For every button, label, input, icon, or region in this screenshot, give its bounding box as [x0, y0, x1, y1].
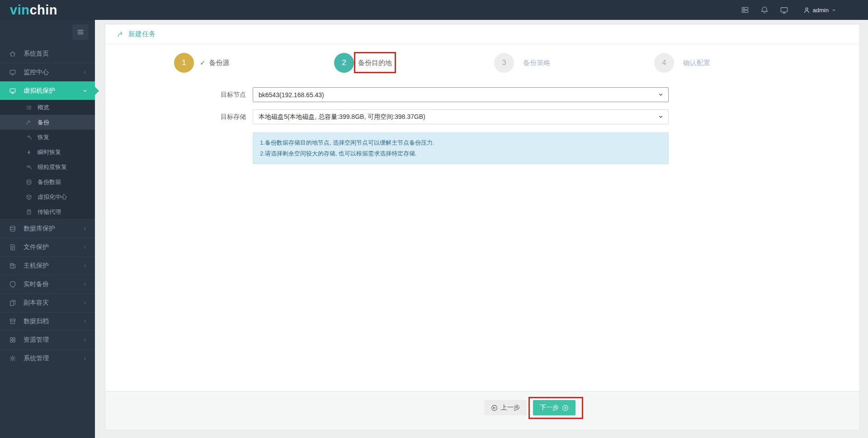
sidebar-item-data-archive[interactable]: 数据归档 — [0, 312, 95, 330]
sidebar-item-label: 监控中心 — [24, 68, 82, 76]
host-icon — [9, 262, 16, 269]
username: admin — [813, 7, 829, 14]
top-header: vinchin admin — [0, 0, 868, 20]
app-root: vinchin admin 系统首页监控中心虚拟机保护概览备份恢复瞬时恢复细粒度… — [0, 0, 868, 438]
chevron-down-icon — [831, 8, 836, 13]
sidebar-nav: 系统首页监控中心虚拟机保护概览备份恢复瞬时恢复细粒度恢复备份数据虚拟化中心传输代… — [0, 44, 95, 367]
sidebar-item-realtime-backup[interactable]: 实时备份 — [0, 275, 95, 293]
target-storage-select[interactable]: 本地磁盘5(本地磁盘, 总容量:399.8GB, 可用空间:398.37GB) — [253, 109, 669, 124]
chevron-down-icon — [658, 92, 664, 98]
chevron-left-icon — [82, 337, 88, 343]
chevron-down-icon — [658, 114, 664, 120]
sidebar-item-transfer-agent[interactable]: 传输代理 — [0, 204, 95, 219]
sidebar-item-monitor-center[interactable]: 监控中心 — [0, 63, 95, 81]
wizard-step-backup-strategy: 3备份策略 — [494, 53, 654, 73]
chevron-left-icon — [82, 263, 88, 268]
sidebar-item-system-home[interactable]: 系统首页 — [0, 44, 95, 63]
chevron-down-icon — [82, 88, 88, 94]
wizard-step-confirm-config: 4确认配置 — [654, 53, 814, 73]
forward-arrow-icon — [117, 31, 124, 38]
forward-arrow-icon — [26, 119, 32, 126]
sidebar-burger-row — [0, 20, 95, 44]
card-spacer — [105, 164, 859, 391]
sidebar-item-resource-management[interactable]: 资源管理 — [0, 330, 95, 349]
prev-step-label: 上一步 — [501, 404, 520, 412]
info-box: 1.备份数据存储目的地节点, 选择空闲节点可以缓解主节点备份压力. 2.请选择剩… — [253, 132, 669, 164]
next-step-button[interactable]: 下一步 — [533, 400, 576, 415]
sidebar-item-database-protection[interactable]: 数据库保护 — [0, 219, 95, 238]
breadcrumb: 新建任务 — [105, 24, 859, 44]
step-number: 3 — [494, 53, 514, 73]
user-menu[interactable]: admin — [803, 7, 836, 14]
sidebar-item-virtualization-center[interactable]: 虚拟化中心 — [0, 189, 95, 204]
sidebar-item-granular-restore[interactable]: 细粒度恢复 — [0, 160, 95, 174]
page-title: 新建任务 — [128, 30, 156, 38]
wizard-footer: 上一步 下一步 — [105, 391, 859, 430]
sidebar-item-label: 实时备份 — [24, 280, 82, 288]
next-step-label: 下一步 — [540, 404, 559, 412]
user-icon — [803, 7, 810, 14]
chevron-left-icon — [82, 356, 88, 361]
step-label: 备份目的地 — [358, 59, 392, 66]
sidebar-item-label: 副本容灾 — [24, 299, 82, 307]
sidebar-item-replica-dr[interactable]: 副本容灾 — [0, 293, 95, 312]
sidebar-item-backup[interactable]: 备份 — [0, 115, 95, 130]
reply-arrow-icon — [26, 134, 32, 141]
database-icon — [9, 225, 16, 232]
sidebar-item-overview[interactable]: 概览 — [0, 100, 95, 115]
menu-icon[interactable] — [72, 24, 89, 40]
page-body: 系统首页监控中心虚拟机保护概览备份恢复瞬时恢复细粒度恢复备份数据虚拟化中心传输代… — [0, 20, 868, 438]
copy-icon — [9, 299, 16, 306]
chevron-left-icon — [82, 282, 88, 287]
chevron-left-icon — [82, 70, 88, 75]
sidebar-item-label: 资源管理 — [24, 336, 82, 344]
form-row-target-storage: 目标存储 本地磁盘5(本地磁盘, 总容量:399.8GB, 可用空间:398.3… — [105, 109, 859, 124]
home-icon — [9, 50, 16, 57]
wizard-step-backup-source: 1✓备份源 — [174, 53, 334, 73]
list-icon — [26, 104, 32, 111]
check-icon: ✓ — [200, 59, 206, 67]
server-list-icon[interactable] — [741, 6, 749, 14]
app-logo: vinchin — [0, 4, 95, 17]
shield-icon — [9, 281, 16, 288]
sidebar-item-label: 主机保护 — [24, 262, 82, 270]
target-storage-value: 本地磁盘5(本地磁盘, 总容量:399.8GB, 可用空间:398.37GB) — [259, 113, 425, 121]
wizard-steps: 1✓备份源2备份目的地3备份策略4确认配置 — [105, 44, 859, 73]
wizard-step-backup-destination: 2备份目的地 — [334, 53, 494, 73]
sidebar-item-backup-data[interactable]: 备份数据 — [0, 174, 95, 189]
sidebar-item-host-protection[interactable]: 主机保护 — [0, 256, 95, 275]
sidebar-item-label: 瞬时恢复 — [38, 148, 88, 156]
sidebar-item-file-protection[interactable]: 文件保护 — [0, 238, 95, 256]
step-number: 2 — [334, 53, 354, 73]
next-button-wrap: 下一步 — [533, 400, 576, 415]
cube-icon — [26, 194, 32, 200]
step-label: 备份策略 — [523, 59, 550, 66]
info-line-1: 1.备份数据存储目的地节点, 选择空闲节点可以缓解主节点备份压力. — [260, 137, 661, 148]
bell-icon[interactable] — [760, 6, 769, 14]
sidebar-item-label: 虚拟化中心 — [38, 193, 88, 201]
sidebar-item-label: 系统管理 — [24, 354, 82, 363]
display-icon[interactable] — [780, 6, 788, 14]
target-node-select[interactable]: bk6543(192.168.65.43) — [253, 87, 669, 102]
sidebar-item-label: 系统首页 — [24, 50, 88, 58]
sidebar-item-vm-protection[interactable]: 虚拟机保护 — [0, 81, 95, 100]
chevron-left-icon — [82, 226, 88, 231]
sidebar-item-instant-restore[interactable]: 瞬时恢复 — [0, 145, 95, 160]
sidebar-item-system-management[interactable]: 系统管理 — [0, 349, 95, 367]
footer-buttons: 上一步 下一步 — [484, 400, 576, 415]
gear-icon — [9, 355, 16, 362]
task-form: 目标节点 bk6543(192.168.65.43) 目标存储 本地磁盘5(本地… — [105, 87, 859, 164]
bolt-icon — [26, 149, 32, 155]
prev-step-button[interactable]: 上一步 — [484, 400, 527, 415]
sidebar-item-label: 虚拟机保护 — [24, 87, 82, 95]
arrow-circle-left-icon — [491, 405, 498, 411]
chevron-left-icon — [82, 319, 88, 324]
main-content: 新建任务 1✓备份源2备份目的地3备份策略4确认配置 目标节点 bk6543(1… — [95, 20, 868, 438]
sidebar-item-restore[interactable]: 恢复 — [0, 130, 95, 145]
sidebar-item-label: 恢复 — [38, 133, 88, 141]
sidebar-item-label: 传输代理 — [38, 208, 88, 216]
sidebar-item-label: 数据库保护 — [24, 225, 82, 233]
file-icon — [9, 244, 16, 251]
sidebar-item-label: 文件保护 — [24, 243, 82, 251]
reply-all-icon — [26, 164, 32, 170]
